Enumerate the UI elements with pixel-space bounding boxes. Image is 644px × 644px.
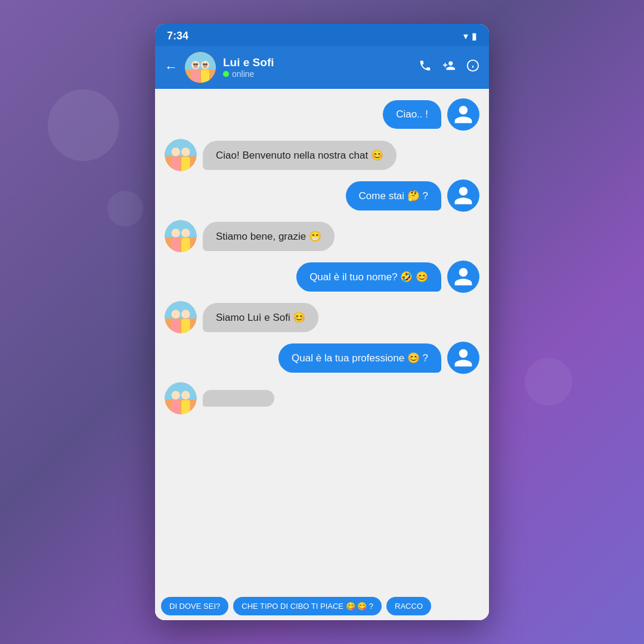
svg-point-9 — [205, 63, 208, 66]
message-bubble: Come stai 🤔 ? — [346, 181, 441, 210]
message-bubble: Stiamo bene, grazie 😁 — [203, 222, 335, 251]
svg-rect-30 — [171, 319, 180, 333]
svg-rect-36 — [171, 400, 180, 414]
message-row: Ciao! Benvenuto nella nostra chat 😊 — [165, 139, 479, 171]
svg-point-23 — [171, 229, 180, 238]
chat-area: Ciao.. ! Ciao! Benvenuto nella nostra ch… — [155, 89, 489, 592]
message-bubble — [203, 390, 274, 407]
receiver-avatar — [165, 139, 197, 171]
svg-rect-20 — [181, 157, 190, 171]
contact-avatar — [185, 52, 216, 83]
svg-point-29 — [171, 310, 180, 319]
svg-point-35 — [171, 391, 180, 400]
sender-avatar — [447, 261, 479, 293]
receiver-avatar — [165, 301, 197, 333]
header-actions — [419, 59, 479, 76]
contact-status: online — [223, 69, 411, 79]
message-row: Qual è la tua professione 😊 ? — [165, 342, 479, 374]
svg-point-37 — [181, 391, 190, 400]
phone-call-icon[interactable] — [419, 59, 432, 76]
message-row: Come stai 🤔 ? — [165, 179, 479, 212]
svg-rect-24 — [171, 238, 180, 252]
svg-point-7 — [196, 63, 198, 66]
svg-point-8 — [203, 63, 205, 66]
message-row: Stiamo bene, grazie 😁 — [165, 220, 479, 252]
message-row: Ciao.. ! — [165, 98, 479, 131]
message-bubble: Ciao.. ! — [383, 100, 441, 129]
svg-rect-38 — [181, 400, 190, 414]
status-icons: ▾ ▮ — [463, 30, 477, 42]
status-time: 7:34 — [167, 30, 188, 42]
svg-rect-22 — [165, 220, 197, 237]
info-icon[interactable] — [466, 59, 479, 76]
sender-avatar — [447, 179, 479, 212]
back-button[interactable]: ← — [165, 60, 178, 75]
svg-point-10 — [194, 66, 197, 68]
message-bubble: Siamo Luì e Sofi 😊 — [203, 303, 318, 332]
suggestion-pill[interactable]: CHE TIPO DI CIBO TI PIACE 😋 😋 ? — [233, 597, 382, 615]
svg-point-19 — [181, 148, 190, 157]
sender-avatar — [447, 98, 479, 131]
message-bubble: Qual è la tua professione 😊 ? — [278, 343, 441, 373]
contact-info: Lui e Sofi online — [223, 56, 411, 79]
status-bar: 7:34 ▾ ▮ — [155, 24, 489, 46]
chat-header: ← Lui — [155, 46, 489, 89]
message-bubble: Ciao! Benvenuto nella nostra chat 😊 — [203, 141, 397, 170]
receiver-avatar — [165, 220, 197, 252]
svg-point-17 — [171, 148, 180, 157]
online-dot-icon — [223, 71, 229, 77]
svg-rect-3 — [191, 70, 200, 83]
svg-rect-34 — [165, 382, 197, 400]
svg-point-11 — [203, 66, 207, 68]
suggestion-pill[interactable]: DI DOVE SEI? — [161, 597, 228, 615]
message-row: Qual è il tuo nome? 🤣 😊 — [165, 261, 479, 293]
svg-rect-32 — [181, 319, 190, 333]
contact-name: Lui e Sofi — [223, 56, 411, 69]
wifi-icon: ▾ — [463, 30, 468, 42]
svg-rect-1 — [185, 52, 216, 70]
message-row: Siamo Luì e Sofi 😊 — [165, 301, 479, 333]
svg-point-25 — [181, 229, 190, 238]
bottom-pills: DI DOVE SEI? CHE TIPO DI CIBO TI PIACE 😋… — [155, 592, 489, 620]
message-row — [165, 382, 479, 414]
svg-rect-28 — [165, 301, 197, 318]
add-user-icon[interactable] — [442, 59, 456, 76]
svg-point-31 — [181, 310, 190, 319]
svg-rect-18 — [171, 157, 180, 171]
sender-avatar — [447, 342, 479, 374]
svg-rect-16 — [165, 139, 197, 156]
suggestion-pill[interactable]: RACCO — [386, 597, 431, 615]
receiver-avatar — [165, 382, 197, 414]
svg-rect-5 — [201, 70, 209, 83]
svg-rect-26 — [181, 238, 190, 252]
phone-container: 7:34 ▾ ▮ ← — [155, 24, 489, 620]
svg-point-6 — [193, 63, 196, 66]
message-bubble: Qual è il tuo nome? 🤣 😊 — [296, 262, 441, 292]
battery-icon: ▮ — [472, 30, 477, 42]
